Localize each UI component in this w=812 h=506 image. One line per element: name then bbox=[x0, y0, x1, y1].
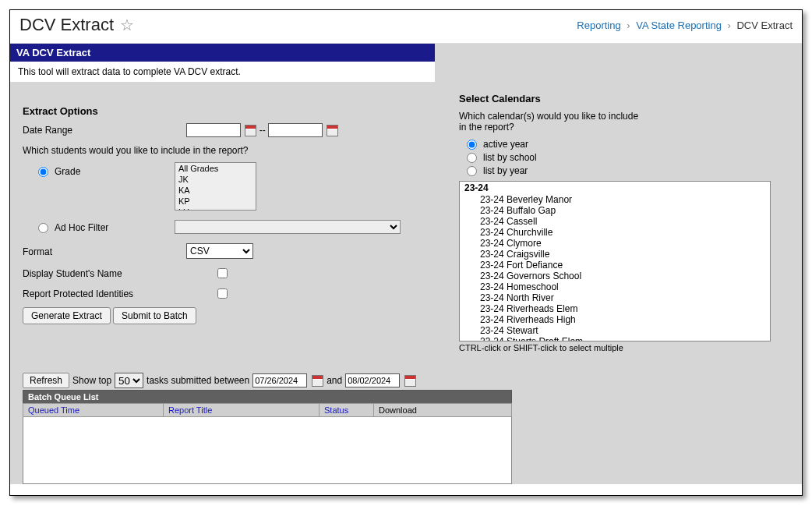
date-range-inputs: -- bbox=[186, 123, 338, 137]
list-by-school-radio[interactable] bbox=[467, 153, 477, 163]
page-body: VA DCV Extract This tool will extract da… bbox=[10, 44, 802, 484]
batch-queue-area: Refresh Show top 50 tasks submitted betw… bbox=[23, 373, 512, 484]
format-row: Format CSV bbox=[23, 243, 428, 259]
batch-date-end-input[interactable] bbox=[345, 373, 400, 387]
breadcrumb-current: DCV Extract bbox=[736, 19, 793, 31]
calendar-option[interactable]: 23-24 Riverheads High bbox=[460, 314, 770, 325]
extract-options-panel: Extract Options Date Range -- Which stud… bbox=[23, 90, 428, 324]
calendar-option[interactable]: 23-24 Beverley Manor bbox=[460, 194, 770, 205]
active-year-row: active year bbox=[467, 139, 778, 150]
batch-queue-list-header: Batch Queue List bbox=[23, 390, 512, 403]
chevron-right-icon: › bbox=[728, 19, 731, 31]
list-by-year-radio[interactable] bbox=[467, 166, 477, 176]
protected-checkbox[interactable] bbox=[217, 288, 228, 299]
display-name-checkbox[interactable] bbox=[217, 268, 228, 278]
adhoc-label: Ad Hoc Filter bbox=[55, 222, 108, 233]
grade-multiselect[interactable]: All GradesJKKAKPLU bbox=[175, 162, 256, 211]
calendar-year-group[interactable]: 23-24 bbox=[460, 182, 770, 194]
content-columns: Extract Options Date Range -- Which stud… bbox=[10, 82, 802, 365]
active-year-radio[interactable] bbox=[467, 140, 477, 150]
display-name-row: Display Student's Name bbox=[23, 267, 428, 279]
module-title-bar: VA DCV Extract bbox=[10, 44, 435, 62]
calendar-option[interactable]: 23-24 North River bbox=[460, 292, 770, 303]
calendar-listbox[interactable]: 23-2423-24 Beverley Manor23-24 Buffalo G… bbox=[459, 181, 771, 341]
calendar-icon[interactable] bbox=[312, 375, 323, 387]
favorite-star-icon[interactable]: ☆ bbox=[120, 16, 134, 34]
breadcrumb-va-state-reporting[interactable]: VA State Reporting bbox=[636, 19, 722, 31]
col-queued-time[interactable]: Queued Time bbox=[23, 404, 164, 417]
tasks-between-label: tasks submitted between bbox=[147, 375, 249, 386]
protected-row: Report Protected Identities bbox=[23, 287, 428, 299]
calendar-option[interactable]: 23-24 Riverheads Elem bbox=[460, 303, 770, 314]
calendar-option[interactable]: 23-24 Clymore bbox=[460, 238, 770, 249]
batch-queue-empty-body bbox=[23, 417, 512, 484]
format-select[interactable]: CSV bbox=[186, 243, 253, 259]
date-range-label: Date Range bbox=[23, 123, 186, 136]
date-range-row: Date Range -- bbox=[23, 123, 428, 137]
calendar-option[interactable]: 23-24 Homeschool bbox=[460, 281, 770, 292]
calendar-icon[interactable] bbox=[327, 125, 338, 136]
calendars-prompt-line1: Which calendar(s) would you like to incl… bbox=[459, 111, 778, 122]
grade-option[interactable]: LU bbox=[175, 207, 256, 211]
calendar-option[interactable]: 23-24 Stuarts Draft Elem bbox=[460, 336, 770, 341]
batch-date-start-input[interactable] bbox=[252, 373, 307, 387]
multiselect-hint: CTRL-click or SHIFT-click to select mult… bbox=[459, 343, 778, 352]
table-header-row: Queued Time Report Title Status Download bbox=[23, 404, 512, 417]
col-download: Download bbox=[374, 404, 512, 417]
module-description: This tool will extract data to complete … bbox=[10, 62, 435, 82]
generate-extract-button[interactable]: Generate Extract bbox=[23, 307, 111, 324]
batch-queue-table: Queued Time Report Title Status Download bbox=[23, 403, 512, 417]
calendar-option[interactable]: 23-24 Stewart bbox=[460, 325, 770, 336]
calendars-prompt-line2: in the report? bbox=[459, 122, 778, 133]
grade-radio-wrap: Grade bbox=[23, 165, 175, 177]
breadcrumb: Reporting › VA State Reporting › DCV Ext… bbox=[577, 19, 793, 31]
grade-row: Grade All GradesJKKAKPLU bbox=[23, 162, 428, 211]
show-top-label: Show top bbox=[72, 375, 111, 386]
date-range-separator: -- bbox=[259, 125, 266, 136]
display-name-label: Display Student's Name bbox=[23, 267, 217, 279]
calendar-icon[interactable] bbox=[245, 125, 256, 136]
format-label: Format bbox=[23, 245, 186, 257]
list-by-school-row: list by school bbox=[467, 152, 778, 163]
refresh-button[interactable]: Refresh bbox=[23, 373, 69, 388]
calendar-option[interactable]: 23-24 Cassell bbox=[460, 216, 770, 227]
list-by-year-row: list by year bbox=[467, 165, 778, 176]
grade-radio[interactable] bbox=[38, 167, 48, 177]
grade-option[interactable]: KA bbox=[175, 185, 256, 196]
adhoc-radio-wrap: Ad Hoc Filter bbox=[23, 221, 175, 233]
calendar-option[interactable]: 23-24 Buffalo Gap bbox=[460, 205, 770, 216]
action-buttons: Generate Extract Submit to Batch bbox=[23, 307, 428, 324]
submit-to-batch-button[interactable]: Submit to Batch bbox=[113, 307, 196, 324]
grade-label: Grade bbox=[55, 166, 80, 177]
select-calendars-heading: Select Calendars bbox=[459, 93, 778, 104]
calendar-icon[interactable] bbox=[404, 375, 416, 387]
adhoc-filter-select[interactable] bbox=[175, 220, 401, 234]
calendar-option[interactable]: 23-24 Governors School bbox=[460, 271, 770, 281]
page-header: DCV Extract ☆ Reporting › VA State Repor… bbox=[10, 10, 802, 44]
col-status[interactable]: Status bbox=[320, 404, 374, 417]
calendar-option[interactable]: 23-24 Churchville bbox=[460, 227, 770, 238]
breadcrumb-reporting[interactable]: Reporting bbox=[577, 19, 620, 31]
students-prompt: Which students would you like to include… bbox=[23, 145, 428, 156]
select-calendars-panel: Select Calendars Which calendar(s) would… bbox=[459, 90, 778, 352]
grade-option[interactable]: KP bbox=[175, 196, 256, 207]
page-title-wrap: DCV Extract ☆ bbox=[19, 15, 134, 35]
active-year-label: active year bbox=[483, 139, 528, 150]
page-title: DCV Extract bbox=[19, 15, 114, 35]
adhoc-radio[interactable] bbox=[38, 223, 48, 233]
page-frame: DCV Extract ☆ Reporting › VA State Repor… bbox=[9, 9, 803, 496]
calendar-option[interactable]: 23-24 Fort Defiance bbox=[460, 260, 770, 271]
date-range-start-input[interactable] bbox=[186, 123, 241, 137]
chevron-right-icon: › bbox=[627, 19, 630, 31]
show-top-select[interactable]: 50 bbox=[115, 373, 143, 388]
adhoc-row: Ad Hoc Filter bbox=[23, 218, 428, 235]
grade-option[interactable]: All Grades bbox=[175, 163, 256, 174]
protected-label: Report Protected Identities bbox=[23, 287, 217, 299]
list-by-year-label: list by year bbox=[483, 165, 528, 176]
extract-options-heading: Extract Options bbox=[23, 105, 428, 117]
grade-option[interactable]: JK bbox=[175, 174, 256, 185]
date-range-end-input[interactable] bbox=[268, 123, 323, 137]
col-report-title[interactable]: Report Title bbox=[164, 404, 320, 417]
and-label: and bbox=[327, 375, 342, 386]
calendar-option[interactable]: 23-24 Craigsville bbox=[460, 249, 770, 260]
